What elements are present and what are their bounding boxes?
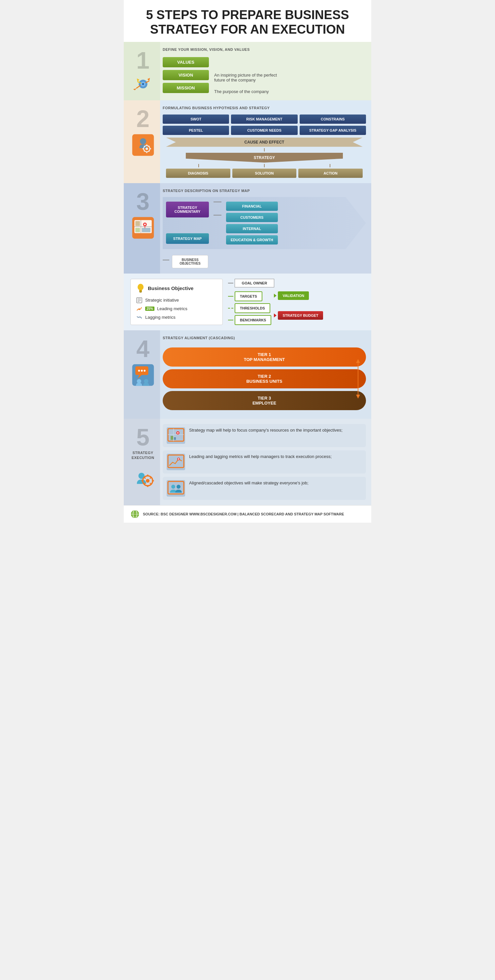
internal-button[interactable]: INTERNAL xyxy=(226,224,278,233)
svg-point-75 xyxy=(171,485,175,489)
step2-icon xyxy=(131,133,156,158)
customers-button[interactable]: CUSTOMERS xyxy=(226,213,278,222)
step5-section: 5 STRATEGY EXECUTION xyxy=(124,419,371,505)
strategic-initiative-item: Strategic initiative xyxy=(136,297,217,304)
svg-marker-49 xyxy=(356,395,360,399)
leading-metrics-icon xyxy=(136,305,143,312)
mission-description: The purpose of the company xyxy=(214,89,280,94)
business-objectives-button[interactable]: BUSINESS OBJECTIVES xyxy=(172,255,208,268)
strategy-gap-button[interactable]: STRATEGY GAP ANALYSIS xyxy=(300,126,366,135)
svg-point-46 xyxy=(137,379,141,383)
svg-marker-3 xyxy=(133,88,136,91)
step5-icon-1 xyxy=(167,427,185,444)
mission-button[interactable]: MISSION xyxy=(163,83,209,93)
step5-items: Strategy map will help to focus company'… xyxy=(163,424,366,500)
svg-point-39 xyxy=(138,308,140,310)
cascade-arrows-icon xyxy=(353,359,363,399)
chart-icon xyxy=(167,454,185,469)
diagnosis-button[interactable]: DIAGNOSIS xyxy=(166,169,230,178)
svg-rect-29 xyxy=(142,228,150,232)
svg-line-60 xyxy=(150,477,151,479)
cause-effect-label: CAUSE AND EFFECT xyxy=(166,138,363,147)
globe-icon xyxy=(131,509,140,519)
svg-point-44 xyxy=(140,370,143,372)
svg-marker-7 xyxy=(147,78,150,81)
step2-number: 2 xyxy=(136,107,150,130)
svg-rect-28 xyxy=(135,228,140,232)
swot-button[interactable]: SWOT xyxy=(163,115,229,124)
risk-mgmt-button[interactable]: RISK MANAGEMENT xyxy=(231,115,297,124)
step1-number: 1 xyxy=(136,48,150,72)
leading-metrics-item: 25% Leading metrics xyxy=(136,305,217,312)
constrains-button[interactable]: CONSTRAINS xyxy=(300,115,366,124)
step3-left: 3 xyxy=(124,183,160,274)
thresholds-button[interactable]: THRESHOLDS xyxy=(235,303,270,313)
tier1-sublabel: TOP MANAGEMENT xyxy=(244,357,285,362)
benchmarks-button[interactable]: BENCHMARKS xyxy=(235,315,271,325)
svg-marker-68 xyxy=(174,437,176,440)
strategy-map-button[interactable]: STRATEGY MAP xyxy=(166,233,209,244)
svg-point-66 xyxy=(177,432,178,434)
biz-obj-section: Business Objective Strategic initiative xyxy=(124,274,371,330)
step4-icon xyxy=(131,363,156,387)
step4-section: 4 STRATEGY ALIGNMENT (CASCADING) xyxy=(124,330,371,419)
lagging-metrics-label: Lagging metrics xyxy=(145,315,175,320)
lightbulb-icon xyxy=(136,283,145,294)
step4-left: 4 xyxy=(124,330,160,419)
footer-text: SOURCE: BSC DESIGNER WWW.BSCDESIGNER.COM… xyxy=(143,512,344,516)
svg-rect-30 xyxy=(135,221,140,226)
tier2-sublabel: BUSINESS UNITS xyxy=(246,379,282,384)
strategic-initiative-icon xyxy=(136,297,143,304)
svg-point-52 xyxy=(145,479,149,482)
step5-left: 5 STRATEGY EXECUTION xyxy=(124,419,160,505)
vision-button[interactable]: VISION xyxy=(163,70,209,80)
financial-button[interactable]: FINANCIAL xyxy=(226,202,278,211)
tier3-button[interactable]: TIER 3 EMPLOYEE xyxy=(163,391,366,410)
strategy-commentary-button[interactable]: STRATEGY COMMENTARY xyxy=(166,202,209,218)
values-button[interactable]: VALUES xyxy=(163,57,209,67)
solution-button[interactable]: SOLUTION xyxy=(232,169,297,178)
targets-button[interactable]: TARGETS xyxy=(235,291,263,301)
education-growth-button[interactable]: EDUCATION & GROWTH xyxy=(226,235,278,245)
step5-number: 5 xyxy=(136,425,150,449)
map-icon-1 xyxy=(167,428,185,443)
step3-icon xyxy=(131,215,156,240)
title-section: 5 STEPS TO PREPARE BUSINESS STRATEGY FOR… xyxy=(124,0,371,42)
people-icon xyxy=(167,481,185,496)
step5-text-1: Strategy map will help to focus company'… xyxy=(189,427,342,433)
strategy-label: STRATEGY xyxy=(186,153,343,163)
svg-point-47 xyxy=(144,379,148,383)
leading-metrics-label: Leading metrics xyxy=(157,306,188,311)
validation-button[interactable]: VALIDATION xyxy=(278,291,309,300)
tier1-button[interactable]: TIER 1 TOP MANAGEMENT xyxy=(163,347,366,367)
tier2-button[interactable]: TIER 2 BUSINESS UNITS xyxy=(163,369,366,388)
goal-owner-button[interactable]: GOAL OWNER xyxy=(235,279,274,287)
page: 5 STEPS TO PREPARE BUSINESS STRATEGY FOR… xyxy=(124,0,371,523)
pestel-button[interactable]: PESTEL xyxy=(163,126,229,135)
step2-left: 2 xyxy=(124,100,160,183)
step5-icon-2 xyxy=(167,454,185,470)
customer-needs-button[interactable]: CUSTOMER NEEDS xyxy=(231,126,297,135)
tier2-label: TIER 2 xyxy=(258,374,271,379)
tier3-sublabel: EMPLOYEE xyxy=(253,401,276,406)
svg-line-57 xyxy=(144,477,145,479)
step1-icon xyxy=(131,72,156,97)
strategy-budget-button[interactable]: STRATEGY BUDGET xyxy=(278,311,323,320)
svg-point-31 xyxy=(138,284,143,290)
action-button[interactable]: ACTION xyxy=(298,169,363,178)
svg-rect-69 xyxy=(168,455,184,468)
step1-inner: VALUES VISION MISSION An inspiring pictu… xyxy=(163,56,366,94)
step2-grid: SWOT RISK MANAGEMENT CONSTRAINS PESTEL C… xyxy=(163,115,366,135)
step2-content: FORMULATING BUSINESS HYPOTHESIS AND STRA… xyxy=(160,100,371,183)
biz-obj-title: Business Objective xyxy=(136,283,217,294)
step5-content: Strategy map will help to focus company'… xyxy=(160,419,371,505)
step5-item-3: Aligned/cascaded objectives will make st… xyxy=(163,477,366,500)
svg-point-76 xyxy=(177,485,180,489)
svg-point-43 xyxy=(138,370,140,372)
step1-left: 1 xyxy=(124,42,160,100)
step4-number: 4 xyxy=(136,337,150,361)
step5-item-1: Strategy map will help to focus company'… xyxy=(163,424,366,447)
step3-right-col: FINANCIAL CUSTOMERS INTERNAL EDUCATION &… xyxy=(226,202,278,245)
svg-point-26 xyxy=(144,224,145,225)
step4-content: STRATEGY ALIGNMENT (CASCADING) TIER 1 TO… xyxy=(160,330,371,419)
